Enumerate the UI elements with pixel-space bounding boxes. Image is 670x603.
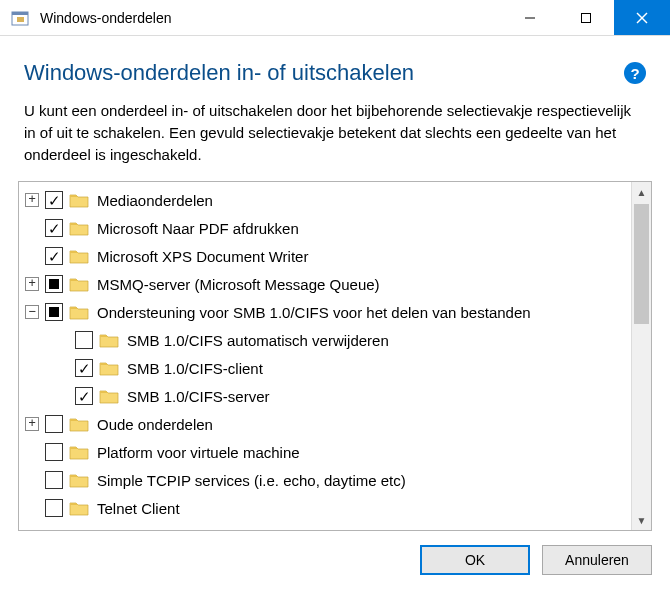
tree-scroll-area: +MediaonderdelenMicrosoft Naar PDF afdru… bbox=[19, 182, 631, 530]
feature-checkbox[interactable] bbox=[45, 443, 63, 461]
feature-label: Platform voor virtuele machine bbox=[97, 444, 300, 461]
window-title: Windows-onderdelen bbox=[40, 10, 502, 26]
folder-icon bbox=[69, 276, 89, 292]
expand-icon[interactable]: + bbox=[25, 277, 39, 291]
feature-label: SMB 1.0/CIFS-client bbox=[127, 360, 263, 377]
feature-label: MSMQ-server (Microsoft Message Queue) bbox=[97, 276, 380, 293]
feature-checkbox[interactable] bbox=[45, 191, 63, 209]
feature-label: Microsoft Naar PDF afdrukken bbox=[97, 220, 299, 237]
folder-icon bbox=[69, 500, 89, 516]
ok-button[interactable]: OK bbox=[420, 545, 530, 575]
feature-label: Simple TCPIP services (i.e. echo, daytim… bbox=[97, 472, 406, 489]
feature-label: Telnet Client bbox=[97, 500, 180, 517]
tree-row[interactable]: +MSMQ-server (Microsoft Message Queue) bbox=[19, 270, 631, 298]
feature-label: SMB 1.0/CIFS automatisch verwijderen bbox=[127, 332, 389, 349]
feature-label: Mediaonderdelen bbox=[97, 192, 213, 209]
folder-icon bbox=[99, 332, 119, 348]
folder-icon bbox=[69, 444, 89, 460]
tree-row[interactable]: SMB 1.0/CIFS automatisch verwijderen bbox=[19, 326, 631, 354]
app-icon bbox=[10, 8, 30, 28]
folder-icon bbox=[99, 388, 119, 404]
tree-row[interactable]: Microsoft Naar PDF afdrukken bbox=[19, 214, 631, 242]
expand-icon[interactable]: + bbox=[25, 193, 39, 207]
tree-row[interactable]: +Mediaonderdelen bbox=[19, 186, 631, 214]
feature-checkbox[interactable] bbox=[75, 387, 93, 405]
vertical-scrollbar[interactable]: ▲ ▼ bbox=[631, 182, 651, 530]
collapse-icon[interactable]: − bbox=[25, 305, 39, 319]
feature-checkbox[interactable] bbox=[75, 359, 93, 377]
feature-checkbox[interactable] bbox=[45, 499, 63, 517]
feature-label: Oude onderdelen bbox=[97, 416, 213, 433]
features-tree: +MediaonderdelenMicrosoft Naar PDF afdru… bbox=[18, 181, 652, 531]
svg-rect-2 bbox=[17, 17, 24, 22]
feature-label: SMB 1.0/CIFS-server bbox=[127, 388, 270, 405]
scroll-down-arrow[interactable]: ▼ bbox=[632, 510, 651, 530]
help-icon[interactable]: ? bbox=[624, 62, 646, 84]
scroll-thumb[interactable] bbox=[634, 204, 649, 324]
feature-checkbox[interactable] bbox=[45, 275, 63, 293]
tree-row[interactable]: SMB 1.0/CIFS-client bbox=[19, 354, 631, 382]
feature-checkbox[interactable] bbox=[45, 219, 63, 237]
tree-row[interactable]: Telnet Client bbox=[19, 494, 631, 522]
scroll-up-arrow[interactable]: ▲ bbox=[632, 182, 651, 202]
folder-icon bbox=[69, 472, 89, 488]
tree-row[interactable]: −Ondersteuning voor SMB 1.0/CIFS voor he… bbox=[19, 298, 631, 326]
tree-row[interactable]: +Oude onderdelen bbox=[19, 410, 631, 438]
folder-icon bbox=[99, 360, 119, 376]
feature-checkbox[interactable] bbox=[45, 471, 63, 489]
tree-row[interactable]: Microsoft XPS Document Writer bbox=[19, 242, 631, 270]
dialog-footer: OK Annuleren bbox=[0, 531, 670, 575]
titlebar: Windows-onderdelen bbox=[0, 0, 670, 36]
feature-checkbox[interactable] bbox=[45, 303, 63, 321]
feature-checkbox[interactable] bbox=[45, 415, 63, 433]
caption-buttons bbox=[502, 0, 670, 35]
tree-row[interactable]: Platform voor virtuele machine bbox=[19, 438, 631, 466]
feature-label: Microsoft XPS Document Writer bbox=[97, 248, 308, 265]
tree-row[interactable]: SMB 1.0/CIFS-server bbox=[19, 382, 631, 410]
close-button[interactable] bbox=[614, 0, 670, 35]
feature-label: Ondersteuning voor SMB 1.0/CIFS voor het… bbox=[97, 304, 531, 321]
minimize-button[interactable] bbox=[502, 0, 558, 35]
folder-icon bbox=[69, 248, 89, 264]
maximize-button[interactable] bbox=[558, 0, 614, 35]
feature-checkbox[interactable] bbox=[45, 247, 63, 265]
tree-row[interactable]: Simple TCPIP services (i.e. echo, daytim… bbox=[19, 466, 631, 494]
svg-rect-4 bbox=[582, 13, 591, 22]
content-area: Windows-onderdelen in- of uitschakelen ?… bbox=[0, 36, 670, 165]
expand-icon[interactable]: + bbox=[25, 417, 39, 431]
page-title: Windows-onderdelen in- of uitschakelen bbox=[24, 60, 624, 86]
svg-rect-1 bbox=[12, 12, 28, 15]
cancel-button[interactable]: Annuleren bbox=[542, 545, 652, 575]
feature-checkbox[interactable] bbox=[75, 331, 93, 349]
folder-icon bbox=[69, 192, 89, 208]
folder-icon bbox=[69, 416, 89, 432]
folder-icon bbox=[69, 220, 89, 236]
description-text: U kunt een onderdeel in- of uitschakelen… bbox=[24, 100, 646, 165]
folder-icon bbox=[69, 304, 89, 320]
